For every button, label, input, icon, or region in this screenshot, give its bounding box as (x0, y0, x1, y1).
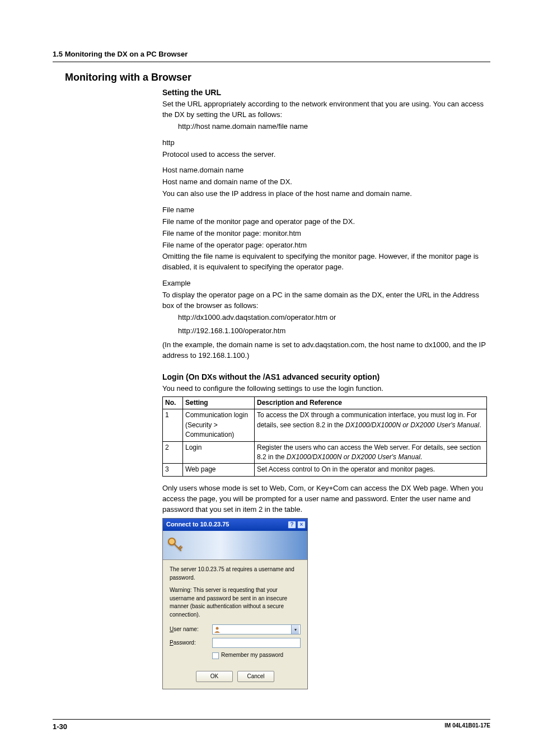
ok-button[interactable]: OK (196, 671, 233, 682)
example-url1: http://dx1000.adv.daqstation.com/operato… (178, 312, 490, 323)
filename-desc2: File name of the monitor page: monitor.h… (162, 228, 490, 239)
table-header-desc: Description and Reference (255, 397, 487, 409)
login-dialog: Connect to 10.0.23.75 ? × The server 10.… (162, 518, 308, 689)
filename-label: File name (162, 205, 490, 216)
http-label: http (162, 138, 490, 148)
cell-setting: Web page (183, 464, 255, 476)
login-settings-table: No. Setting Description and Reference 1 … (162, 396, 487, 477)
table-header-setting: Setting (183, 397, 255, 409)
filename-desc4: Omitting the file name is equivalent to … (162, 251, 490, 273)
help-icon[interactable]: ? (288, 521, 296, 529)
cell-no: 2 (163, 441, 183, 464)
section-header: 1.5 Monitoring the DX on a PC Browser (53, 49, 490, 62)
example-note: (In the example, the domain name is set … (162, 340, 490, 361)
hostname-desc1: Host name and domain name of the DX. (162, 177, 490, 188)
chevron-down-icon[interactable]: ▾ (291, 625, 299, 634)
url-format: http://host name.domain name/file name (178, 122, 490, 132)
password-input[interactable] (212, 638, 301, 648)
dialog-titlebar: Connect to 10.0.23.75 ? × (163, 519, 307, 531)
hostname-label: Host name.domain name (162, 165, 490, 176)
hostname-desc2: You can also use the IP address in place… (162, 189, 490, 199)
dialog-message1: The server 10.0.23.75 at requires a user… (170, 566, 301, 582)
keys-icon (166, 536, 185, 555)
user-icon (214, 626, 221, 633)
login-heading: Login (On DXs without the /AS1 advanced … (162, 371, 490, 382)
cell-setting: Communication login (Security > Communic… (183, 409, 255, 441)
cell-desc: Register the users who can access the We… (255, 441, 487, 464)
cell-no: 3 (163, 464, 183, 476)
setting-url-heading: Setting the URL (162, 87, 490, 98)
username-combo[interactable]: ▾ (212, 624, 301, 634)
svg-point-1 (216, 627, 219, 630)
password-label: Password: (170, 639, 209, 647)
username-label: User name: (170, 626, 209, 634)
example-desc: To display the operator page on a PC in … (162, 290, 490, 311)
example-label: Example (162, 278, 490, 289)
http-desc: Protocol used to access the server. (162, 150, 490, 160)
dialog-title: Connect to 10.0.23.75 (166, 520, 229, 529)
page-number: 1-30 (53, 722, 67, 732)
table-row: 3 Web page Set Access control to On in t… (163, 464, 487, 476)
login-after-note: Only users whose mode is set to Web, Com… (162, 483, 490, 515)
page-title: Monitoring with a Browser (65, 70, 490, 85)
cell-no: 1 (163, 409, 183, 441)
manual-id: IM 04L41B01-17E (444, 722, 490, 732)
page-footer: 1-30 IM 04L41B01-17E (53, 719, 490, 732)
dialog-message2: Warning: This server is requesting that … (170, 586, 301, 619)
cancel-button[interactable]: Cancel (237, 671, 274, 682)
table-header-no: No. (163, 397, 183, 409)
remember-label: Remember my password (221, 651, 283, 660)
cell-desc: Set Access control to On in the operator… (255, 464, 487, 476)
table-row: 2 Login Register the users who can acces… (163, 441, 487, 464)
setting-url-desc: Set the URL appropriately according to t… (162, 99, 490, 120)
cell-desc: To access the DX through a communication… (255, 409, 487, 441)
remember-checkbox[interactable] (212, 652, 219, 659)
filename-desc3: File name of the operator page: operator… (162, 240, 490, 251)
table-row: 1 Communication login (Security > Commun… (163, 409, 487, 441)
login-intro: You need to configure the following sett… (162, 384, 490, 394)
example-url2: http://192.168.1.100/operator.htm (178, 326, 490, 337)
dialog-banner (163, 531, 307, 560)
cell-setting: Login (183, 441, 255, 464)
close-icon[interactable]: × (297, 521, 306, 529)
filename-desc1: File name of the monitor page and operat… (162, 217, 490, 227)
